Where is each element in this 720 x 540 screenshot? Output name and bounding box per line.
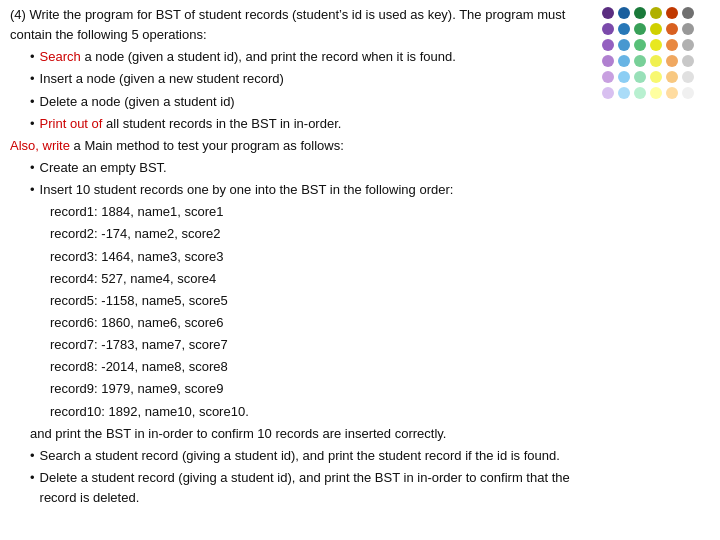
bullet-text-4: Print out of all student records in the … <box>40 114 342 134</box>
sub-bullet-3-dot: • <box>30 446 35 466</box>
bullet-text-3: Delete a node (given a student id) <box>40 92 235 112</box>
record-10: record10: 1892, name10, score10. <box>10 402 590 422</box>
sub-bullet-text-1: Create an empty BST. <box>40 158 167 178</box>
sub-bullet-4-dot: • <box>30 468 35 488</box>
dot-grid-decoration <box>600 5 710 205</box>
record-1: record1: 1884, name1, score1 <box>10 202 590 222</box>
record-5: record5: -1158, name5, score5 <box>10 291 590 311</box>
confirm-insert: and print the BST in in-order to confirm… <box>10 424 590 444</box>
sub-bullet-text-2: Insert 10 student records one by one int… <box>40 180 454 200</box>
bullet-item-1: • Search a node (given a student id), an… <box>10 47 590 67</box>
bullet-3: • <box>30 92 35 112</box>
bullet-item-4: • Print out of all student records in th… <box>10 114 590 134</box>
sub-bullet-3: • Search a student record (giving a stud… <box>10 446 590 466</box>
record-2: record2: -174, name2, score2 <box>10 224 590 244</box>
paragraph1: (4) Write the program for BST of student… <box>10 5 590 45</box>
record-8: record8: -2014, name8, score8 <box>10 357 590 377</box>
bullet-2: • <box>30 69 35 89</box>
sub-bullet-1-dot: • <box>30 158 35 178</box>
record-6: record6: 1860, name6, score6 <box>10 313 590 333</box>
sub-bullet-1: • Create an empty BST. <box>10 158 590 178</box>
record-7: record7: -1783, name7, score7 <box>10 335 590 355</box>
bullet-1: • <box>30 47 35 67</box>
record-3: record3: 1464, name3, score3 <box>10 247 590 267</box>
sub-bullet-2: • Insert 10 student records one by one i… <box>10 180 590 200</box>
sub-bullet-2-dot: • <box>30 180 35 200</box>
sub-bullet-text-3: Search a student record (giving a studen… <box>40 446 560 466</box>
bullet-4: • <box>30 114 35 134</box>
bullet-text-1: Search a node (given a student id), and … <box>40 47 456 67</box>
bullet-text-2: Insert a node (given a new student recor… <box>40 69 284 89</box>
also-line: Also, write a Main method to test your p… <box>10 136 590 156</box>
sub-bullet-4: • Delete a student record (giving a stud… <box>10 468 590 508</box>
bullet-item-3: • Delete a node (given a student id) <box>10 92 590 112</box>
record-4: record4: 527, name4, score4 <box>10 269 590 289</box>
bullet-item-2: • Insert a node (given a new student rec… <box>10 69 590 89</box>
sub-bullet-text-4: Delete a student record (giving a studen… <box>40 468 590 508</box>
main-content: (4) Write the program for BST of student… <box>10 5 590 530</box>
record-9: record9: 1979, name9, score9 <box>10 379 590 399</box>
